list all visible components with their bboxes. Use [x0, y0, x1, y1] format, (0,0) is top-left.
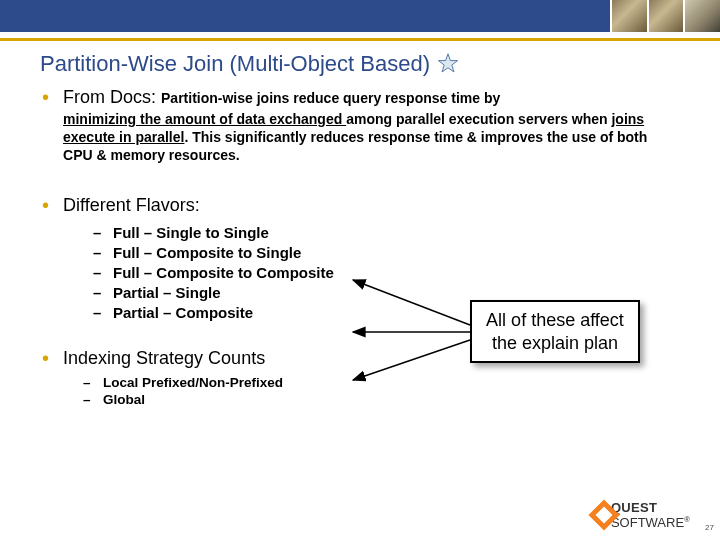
flavor-item: Partial – Single	[113, 284, 221, 301]
logo-text: QUEST SOFTWARE®	[611, 500, 690, 530]
list-item: –Global	[83, 392, 680, 407]
flavor-item: Full – Single to Single	[113, 224, 269, 241]
callout-box: All of these affect the explain plan	[470, 300, 640, 363]
bullet-icon: •	[42, 195, 49, 215]
footer-logo: QUEST SOFTWARE®	[593, 500, 690, 530]
header-photo-seg	[647, 0, 684, 32]
indexing-item: Global	[103, 392, 145, 407]
list-item: –Full – Composite to Composite	[93, 264, 680, 281]
page-number: 27	[705, 523, 714, 532]
indexing-item: Local Prefixed/Non-Prefixed	[103, 375, 283, 390]
flavor-item: Full – Composite to Single	[113, 244, 301, 261]
registered-icon: ®	[684, 515, 690, 524]
docs-underline-1: minimizing the amount of data exchanged	[63, 111, 346, 127]
docs-continuation: minimizing the amount of data exchanged …	[63, 110, 680, 165]
header-photo-seg	[610, 0, 647, 32]
flavors-label: Different Flavors:	[63, 195, 200, 215]
flavor-item: Partial – Composite	[113, 304, 253, 321]
bullet-icon: •	[42, 87, 49, 107]
slide-title: Partition-Wise Join (Multi-Object Based)	[40, 51, 430, 77]
bullet-docs: • From Docs: Partition-wise joins reduce…	[42, 87, 680, 165]
star-icon	[436, 52, 460, 76]
docs-mid: among parallel execution servers when	[346, 111, 611, 127]
docs-body: From Docs: Partition-wise joins reduce q…	[63, 87, 680, 165]
header-photo-seg	[683, 0, 720, 32]
docs-lead: From Docs:	[63, 87, 161, 107]
svg-marker-0	[438, 54, 457, 72]
list-item: –Full – Composite to Single	[93, 244, 680, 261]
header-photo	[610, 0, 720, 32]
indexing-label: Indexing Strategy Counts	[63, 348, 265, 368]
header-bar	[0, 0, 720, 32]
docs-tail: Partition-wise joins reduce query respon…	[161, 90, 500, 106]
callout-text: All of these affect the explain plan	[486, 310, 624, 353]
list-item: –Partial – Single	[93, 284, 680, 301]
flavor-item: Full – Composite to Composite	[113, 264, 334, 281]
title-row: Partition-Wise Join (Multi-Object Based)	[0, 41, 720, 81]
bullet-icon: •	[42, 348, 49, 368]
list-item: –Local Prefixed/Non-Prefixed	[83, 375, 680, 390]
list-item: –Full – Single to Single	[93, 224, 680, 241]
logo-suffix: SOFTWARE	[611, 515, 684, 530]
indexing-list: –Local Prefixed/Non-Prefixed –Global	[63, 375, 680, 407]
